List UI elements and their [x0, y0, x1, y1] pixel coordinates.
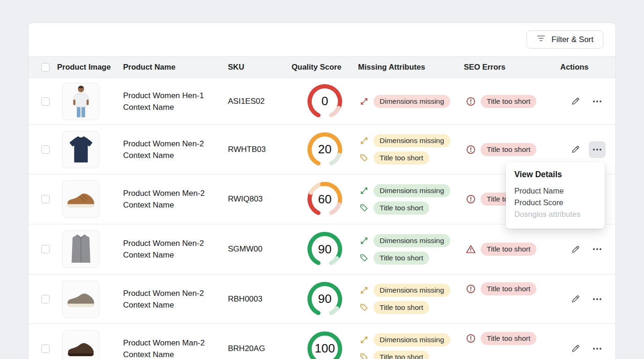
seo-error-badge: Title too short	[481, 243, 536, 256]
product-name: Product Women Men-2	[123, 187, 228, 199]
product-name: Product Women Nen-2	[123, 237, 228, 249]
missing-attributes-cell: Dimensions missingTitle too short	[358, 333, 464, 359]
missing-attribute-badge: Dimensions missing	[373, 184, 450, 197]
missing-attribute-item: Title too short	[359, 251, 429, 265]
header-sku: SKU	[228, 63, 292, 72]
more-actions-button[interactable]	[589, 340, 606, 357]
header-product-name: Product Name	[123, 63, 228, 72]
alert-circle-icon	[466, 194, 476, 204]
edit-button[interactable]	[567, 340, 584, 357]
product-name: Product Women Nen-2	[123, 287, 228, 299]
more-actions-button[interactable]	[589, 241, 606, 258]
row-actions	[560, 93, 615, 110]
alert-circle-icon	[466, 144, 476, 155]
row-actions	[560, 241, 615, 258]
missing-attribute-item: Title too short	[359, 351, 429, 359]
tag-icon	[359, 352, 369, 359]
row-checkbox[interactable]	[41, 145, 50, 154]
row-checkbox[interactable]	[41, 245, 50, 253]
missing-attribute-badge: Dimensions missing	[373, 284, 450, 297]
edit-button[interactable]	[567, 291, 584, 308]
missing-attribute-item: Dimensions missing	[359, 134, 450, 147]
more-actions-button[interactable]	[589, 141, 606, 158]
row-checkbox[interactable]	[41, 295, 50, 303]
filter-sort-label: Filter & Sort	[551, 35, 593, 44]
edit-button[interactable]	[567, 141, 584, 158]
seo-errors-cell: Title too short	[464, 143, 560, 156]
header-seo-errors: SEO Errors	[464, 63, 560, 72]
product-sku: SGMW00	[228, 244, 292, 254]
missing-attribute-badge: Title too short	[373, 301, 429, 314]
product-context-name: Context Name	[123, 299, 228, 311]
edit-button[interactable]	[567, 93, 584, 110]
missing-attribute-item: Dimensions missing	[359, 284, 450, 297]
missing-attribute-badge: Title too short	[373, 251, 429, 265]
filter-icon	[536, 35, 546, 44]
row-actions	[560, 291, 615, 308]
popover-items: Product NameProduct ScoreDosngios attrib…	[514, 185, 596, 220]
popover-item[interactable]: Product Score	[514, 197, 596, 208]
quality-score-gauge: 90	[307, 281, 343, 317]
missing-attribute-badge: Dimensions missing	[373, 333, 450, 346]
quality-score-value: 0	[307, 83, 343, 120]
alert-circle-icon	[466, 96, 476, 107]
product-name: Product Women Man-2	[123, 337, 228, 349]
tag-icon	[359, 303, 369, 312]
missing-attribute-item: Dimensions missing	[359, 333, 450, 346]
row-actions	[560, 340, 615, 357]
missing-attribute-badge: Title too short	[373, 151, 429, 165]
quality-score-gauge: 100	[307, 330, 343, 359]
row-checkbox[interactable]	[41, 345, 50, 353]
product-sku: RWIQ803	[228, 194, 292, 204]
product-name: Product Women Hen-1	[123, 90, 228, 101]
missing-attribute-item: Title too short	[359, 201, 429, 215]
product-context-name: Context Name	[123, 150, 228, 161]
alert-circle-icon	[466, 284, 476, 294]
missing-attribute-item: Dimensions missing	[359, 184, 450, 197]
row-checkbox[interactable]	[41, 97, 50, 106]
header-product-image: Product Image	[57, 63, 123, 72]
quality-score-value: 100	[307, 330, 343, 359]
tag-icon	[359, 203, 369, 213]
table-row: Product Women Hen-1 Context Name ASI1ES0…	[29, 78, 615, 125]
missing-attribute-item: Dimensions missing	[359, 234, 450, 247]
quality-score-value: 90	[307, 231, 343, 267]
quality-score-gauge: 90	[307, 231, 343, 267]
navy-tshirt	[62, 131, 99, 168]
missing-attribute-badge: Title too short	[373, 351, 429, 359]
expand-arrows-icon	[359, 236, 369, 245]
expand-arrows-icon	[359, 186, 369, 195]
more-actions-button[interactable]	[589, 291, 606, 308]
quality-score-gauge: 20	[307, 131, 343, 168]
view-details-popover: View Details Product NameProduct ScoreDo…	[506, 162, 605, 229]
missing-attribute-item: Title too short	[359, 151, 429, 165]
quality-score-value: 90	[307, 281, 343, 317]
seo-errors-cell: Title too short	[464, 95, 560, 108]
product-name: Product Women Nen-2	[123, 138, 228, 150]
taupe-shoe	[62, 280, 99, 318]
popover-title: View Details	[514, 170, 596, 180]
page: Filter & Sort Product Image Product Name…	[0, 0, 644, 359]
seo-error-badge: Title too short	[481, 143, 536, 156]
alert-circle-icon	[466, 333, 476, 344]
missing-attributes-cell: Dimensions missingTitle too short	[358, 134, 464, 165]
seo-errors-cell: Title too short	[464, 243, 560, 256]
header-missing-attributes: Missing Attributes	[358, 63, 464, 72]
gray-coat	[62, 230, 99, 268]
dark-brown-shoe	[62, 330, 99, 359]
expand-arrows-icon	[359, 97, 369, 106]
quality-score-gauge: 60	[307, 181, 343, 217]
missing-attributes-cell: Dimensions missingTitle too short	[358, 184, 464, 215]
missing-attributes-cell: Dimensions missingTitle too short	[358, 234, 464, 265]
more-actions-button[interactable]	[589, 93, 606, 110]
select-all-checkbox[interactable]	[41, 63, 50, 72]
seo-error-badge: Title too short	[481, 282, 536, 295]
edit-button[interactable]	[567, 241, 584, 258]
popover-item[interactable]: Product Name	[514, 185, 596, 197]
alert-triangle-icon	[466, 244, 476, 254]
row-checkbox[interactable]	[41, 195, 50, 203]
missing-attributes-cell: Dimensions missingTitle too short	[358, 284, 464, 314]
filter-sort-button[interactable]: Filter & Sort	[527, 30, 603, 49]
popover-item: Dosngios attributes	[514, 208, 596, 220]
table-row: Product Women Man-2 Context Name BRH20AG…	[29, 324, 615, 359]
